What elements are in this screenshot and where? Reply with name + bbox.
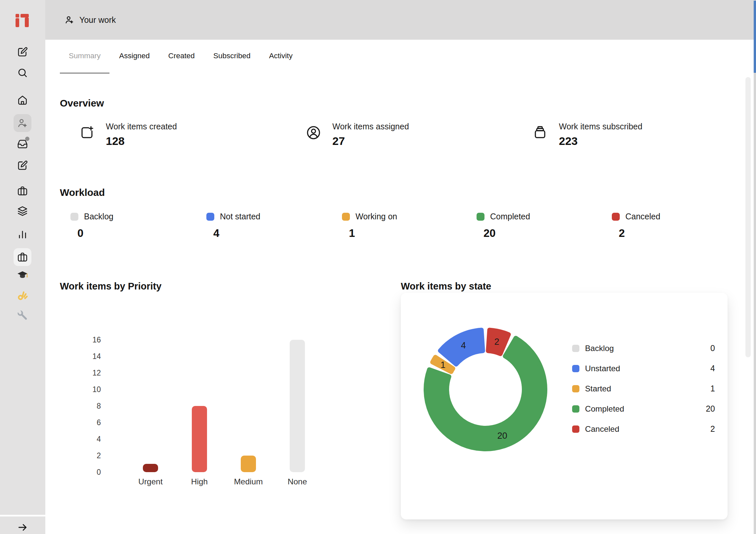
y-axis-tick-2: 2 [78,451,101,460]
legend-row-unstarted: Unstarted 4 [572,358,715,378]
x-axis-label-urgent: Urgent [124,477,177,486]
tracker-icon[interactable] [17,251,28,263]
workload-label: Completed [490,212,530,221]
stat-value: 128 [106,135,177,148]
legend-value: 0 [710,343,715,353]
workload-value: 2 [619,227,660,240]
y-axis-tick-0: 0 [78,468,101,476]
legend-row-completed: Completed 20 [572,399,715,419]
sidebar-divider [0,515,45,516]
legend-row-backlog: Backlog 0 [572,338,715,358]
priority-chart-title: Work items by Priority [60,281,161,292]
x-axis-label-high: High [173,477,226,486]
legend-value: 4 [710,364,715,373]
state-chart-card: 41202 Backlog 0 Unstarted 4 Started 1 [401,293,728,519]
graduation-cap-icon[interactable] [17,270,28,281]
ok-hand-icon[interactable] [17,290,28,301]
workload-label: Working on [356,212,397,221]
x-axis-label-medium: Medium [222,477,275,486]
workload-value: 20 [483,227,530,240]
status-swatch [70,213,78,221]
home-icon[interactable] [17,95,28,106]
legend-label: Completed [585,404,624,414]
workload-heading: Workload [60,187,105,198]
y-axis-tick-8: 8 [78,402,101,410]
stat-created: Work items created 128 [79,122,177,148]
legend-label: Unstarted [585,364,620,373]
y-axis-tick-12: 12 [78,369,101,377]
wrench-icon[interactable] [17,310,28,321]
legend-row-canceled: Canceled 2 [572,419,715,439]
tab-activity[interactable]: Activity [260,48,301,74]
y-axis-tick-16: 16 [78,335,101,344]
inbox-icon[interactable] [17,138,28,150]
state-chart-title: Work items by state [401,281,491,292]
bar-chart-icon[interactable] [17,228,28,240]
status-swatch [206,213,214,221]
workload-label: Canceled [625,212,660,221]
priority-bar-medium [241,456,256,472]
stat-label: Work items created [106,122,177,131]
main-content: Summary Assigned Created Subscribed Acti… [45,40,756,534]
stat-value: 27 [332,135,409,148]
workload-not-started: Not started 4 [206,212,260,240]
legend-label: Backlog [585,344,614,353]
stat-label: Work items assigned [332,122,409,131]
donut-value-label-started: 1 [441,360,445,370]
stat-subscribed: Work items subscribed 223 [532,122,642,148]
tab-created[interactable]: Created [159,48,204,74]
workload-completed: Completed 20 [477,212,530,240]
legend-value: 20 [706,404,715,414]
legend-swatch [572,365,579,372]
create-work-item-icon [79,125,95,148]
overview-heading: Overview [60,98,104,109]
your-work-icon[interactable] [17,117,28,129]
x-axis-label-none: None [271,477,324,486]
state-donut-chart: 41202 [419,323,552,456]
workload-working-on: Working on 1 [342,212,397,240]
legend-value: 1 [710,384,715,393]
donut-value-label-completed: 20 [497,431,507,441]
assigned-user-icon [306,125,321,148]
workload-value: 4 [213,227,260,240]
tab-summary[interactable]: Summary [60,48,109,74]
stat-label: Work items subscribed [559,122,642,131]
tab-bar: Summary Assigned Created Subscribed Acti… [60,48,302,74]
page-scrollbar-thumb[interactable] [754,1,756,73]
edit-doc-icon[interactable] [17,160,28,171]
legend-label: Started [585,384,611,393]
legend-label: Canceled [585,424,619,434]
workload-label: Not started [220,212,260,221]
state-legend: Backlog 0 Unstarted 4 Started 1 Complete… [572,338,715,439]
workload-label: Backlog [84,212,113,221]
workload-value: 0 [77,227,113,240]
app-logo[interactable] [16,14,29,27]
workload-backlog: Backlog 0 [70,212,113,240]
expand-arrow-icon[interactable] [17,522,28,533]
search-icon[interactable] [17,67,28,78]
status-swatch [477,213,484,221]
y-axis-tick-10: 10 [78,385,101,394]
donut-value-label-unstarted: 4 [461,340,466,350]
y-axis-tick-4: 4 [78,435,101,443]
status-swatch [342,213,350,221]
layers-icon[interactable] [17,205,28,217]
tab-assigned[interactable]: Assigned [110,48,159,74]
priority-bar-chart: 1614121086420UrgentHighMediumNone [78,331,330,493]
legend-swatch [572,405,579,413]
briefcase-icon[interactable] [17,185,28,197]
page-scrollbar-track[interactable] [754,0,756,534]
workload-value: 1 [349,227,397,240]
content-scrollbar-thumb[interactable] [745,77,751,357]
stat-assigned: Work items assigned 27 [306,122,409,148]
donut-value-label-canceled: 2 [494,337,499,347]
tab-subscribed[interactable]: Subscribed [204,48,260,74]
legend-swatch [572,425,579,433]
header: Your work [45,0,756,40]
sidebar [0,0,45,534]
legend-value: 2 [710,424,715,434]
compose-icon[interactable] [17,46,28,58]
legend-row-started: Started 1 [572,378,715,399]
y-axis-tick-6: 6 [78,418,101,427]
stat-value: 223 [559,135,642,148]
